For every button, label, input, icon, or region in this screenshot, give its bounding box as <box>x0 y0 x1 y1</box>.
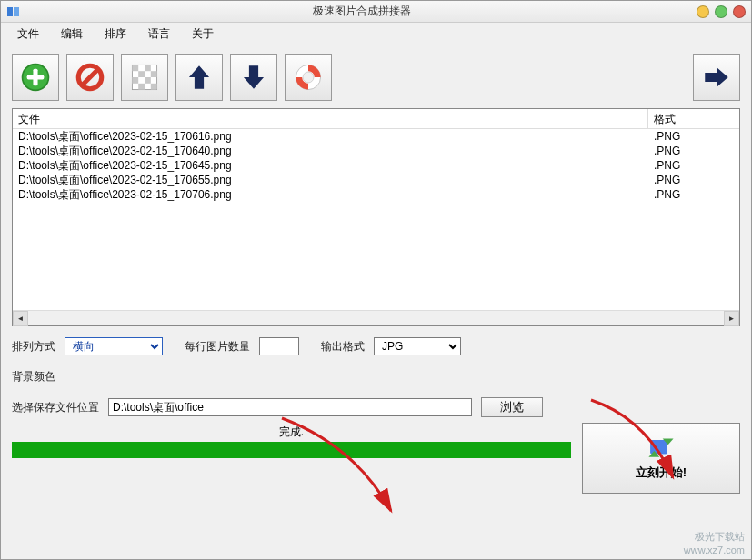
svg-rect-18 <box>650 440 667 454</box>
minimize-button[interactable] <box>697 5 709 18</box>
table-row[interactable]: D:\tools\桌面\office\2023-02-15_170645.png… <box>13 158 739 173</box>
table-row[interactable]: D:\tools\桌面\office\2023-02-15_170640.png… <box>13 144 739 158</box>
cell-path: D:\tools\桌面\office\2023-02-15_170655.png <box>13 173 648 187</box>
col-header-file[interactable]: 文件 <box>13 109 648 128</box>
menu-language[interactable]: 语言 <box>139 25 179 44</box>
scroll-right-icon[interactable]: ► <box>724 311 739 326</box>
svg-rect-8 <box>132 65 138 71</box>
menu-edit[interactable]: 编辑 <box>52 25 92 44</box>
cell-path: D:\tools\桌面\office\2023-02-15_170640.png <box>13 144 648 158</box>
per-row-input[interactable] <box>259 337 299 355</box>
maximize-button[interactable] <box>715 5 727 18</box>
svg-rect-14 <box>138 84 145 90</box>
move-up-button[interactable] <box>175 54 223 101</box>
col-header-format[interactable]: 格式 <box>648 109 739 128</box>
svg-rect-9 <box>145 65 151 71</box>
cell-path: D:\tools\桌面\office\2023-02-15_170706.png <box>13 187 648 202</box>
options-panel: 排列方式 横向 每行图片数量 输出格式 JPG 背景颜色 选择保存文件位置 浏览 <box>1 326 751 423</box>
arrow-right-icon <box>701 62 732 93</box>
out-format-label: 输出格式 <box>321 339 365 355</box>
progress-bar <box>12 442 571 458</box>
arrow-up-icon <box>184 62 215 93</box>
svg-rect-0 <box>7 7 13 16</box>
table-row[interactable]: D:\tools\桌面\office\2023-02-15_170706.png… <box>13 187 739 202</box>
bg-color-label: 背景颜色 <box>12 369 55 385</box>
cell-path: D:\tools\桌面\office\2023-02-15_170616.png <box>13 129 648 144</box>
menubar: 文件 编辑 排序 语言 关于 <box>1 23 751 45</box>
app-icon <box>6 5 21 19</box>
cell-path: D:\tools\桌面\office\2023-02-15_170645.png <box>13 158 648 173</box>
cell-format: .PNG <box>648 173 739 187</box>
help-button[interactable] <box>285 54 332 101</box>
start-button[interactable]: 立刻开始! <box>582 423 740 494</box>
cell-format: .PNG <box>648 158 739 173</box>
output-format-select[interactable]: JPG <box>374 337 461 355</box>
svg-rect-15 <box>151 84 157 90</box>
svg-rect-4 <box>27 75 45 79</box>
forbidden-icon <box>75 62 105 93</box>
cell-format: .PNG <box>648 144 739 158</box>
arrange-select[interactable]: 横向 <box>65 337 163 355</box>
save-path-label: 选择保存文件位置 <box>12 400 99 415</box>
titlebar: 极速图片合成拼接器 <box>1 1 751 23</box>
checker-icon <box>129 62 160 93</box>
table-row[interactable]: D:\tools\桌面\office\2023-02-15_170616.png… <box>13 129 739 144</box>
move-down-button[interactable] <box>230 54 277 101</box>
start-label: 立刻开始! <box>636 465 687 481</box>
table-row[interactable]: D:\tools\桌面\office\2023-02-15_170655.png… <box>13 173 739 187</box>
file-list-header: 文件 格式 <box>13 109 739 129</box>
remove-button[interactable] <box>66 54 114 101</box>
menu-sort[interactable]: 排序 <box>95 25 135 44</box>
svg-rect-12 <box>132 77 138 84</box>
progress-status: 完成. <box>12 423 571 442</box>
svg-point-17 <box>303 72 314 83</box>
cell-format: .PNG <box>648 187 739 202</box>
next-button[interactable] <box>693 54 740 101</box>
close-button[interactable] <box>733 5 746 18</box>
save-path-input[interactable] <box>108 398 472 416</box>
file-list: 文件 格式 D:\tools\桌面\office\2023-02-15_1706… <box>12 108 740 326</box>
browse-button[interactable]: 浏览 <box>481 397 543 417</box>
toolbar <box>1 45 751 108</box>
window-title: 极速图片合成拼接器 <box>26 4 697 19</box>
add-button[interactable] <box>12 54 59 101</box>
bottom-area: 完成. 立刻开始! <box>1 423 751 505</box>
menu-about[interactable]: 关于 <box>183 25 223 44</box>
start-icon <box>646 435 677 461</box>
svg-line-6 <box>83 70 98 85</box>
window-controls <box>697 5 746 18</box>
arrange-label: 排列方式 <box>12 339 55 355</box>
svg-rect-11 <box>151 71 157 77</box>
scroll-left-icon[interactable]: ◄ <box>13 311 28 326</box>
cell-format: .PNG <box>648 129 739 144</box>
svg-rect-1 <box>14 7 19 16</box>
per-row-label: 每行图片数量 <box>185 339 250 355</box>
lifebuoy-icon <box>293 62 324 93</box>
svg-rect-10 <box>138 71 145 77</box>
horizontal-scrollbar[interactable]: ◄ ► <box>13 310 739 325</box>
menu-file[interactable]: 文件 <box>8 25 48 44</box>
clear-button[interactable] <box>121 54 168 101</box>
plus-icon <box>20 62 51 93</box>
arrow-down-icon <box>238 62 269 93</box>
svg-rect-13 <box>145 77 151 84</box>
file-rows[interactable]: D:\tools\桌面\office\2023-02-15_170616.png… <box>13 129 739 310</box>
